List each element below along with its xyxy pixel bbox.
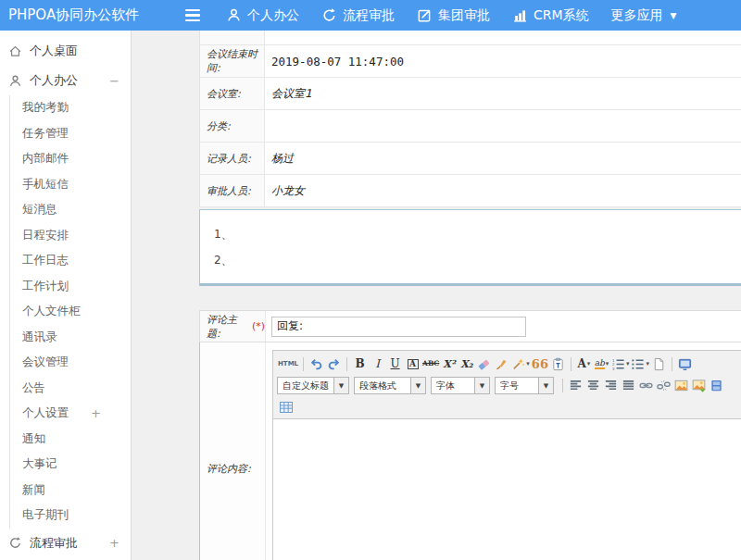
comment-subject-value-cell — [266, 311, 741, 342]
sidebar-item-label: 个人设置 — [22, 405, 69, 421]
topnav-item-process-approval[interactable]: 流程审批 — [321, 7, 395, 24]
sidebar-item-personal-desktop[interactable]: 个人桌面 — [0, 36, 131, 66]
bold-label: B — [355, 358, 364, 369]
custom-heading-select-value: 自定义标题 — [278, 380, 333, 392]
sidebar-item-label: 内部邮件 — [22, 151, 69, 167]
rich-text-editor: HTMLBIUAABCX²X₂▾66A▾ab▾123▾▾ 自定义标题▼段落格式▼… — [272, 350, 741, 560]
unlink-icon[interactable] — [656, 378, 672, 394]
sidebar-item-personal-office[interactable]: 个人办公− — [0, 66, 131, 95]
sidebar-item-internal-mail[interactable]: 内部邮件 — [10, 146, 131, 172]
paragraph-format-select-value: 段落格式 — [355, 380, 410, 392]
sidebar-item-my-attendance[interactable]: 我的考勤 — [10, 95, 131, 121]
sidebar-item-schedule[interactable]: 日程安排 — [10, 223, 131, 249]
media-icon[interactable] — [709, 378, 724, 394]
paragraph-format-select[interactable]: 段落格式▼ — [354, 377, 426, 394]
sidebar-item-mobile-sms[interactable]: 手机短信 — [10, 172, 131, 198]
redo-icon[interactable] — [326, 355, 342, 372]
custom-heading-select[interactable]: 自定义标题▼ — [277, 377, 349, 394]
align-justify-icon[interactable] — [621, 378, 636, 394]
html-source-button[interactable]: HTML — [278, 355, 298, 372]
select-caret-icon[interactable]: ▼ — [474, 378, 489, 393]
sidebar-item-meeting-management[interactable]: 会议管理 — [10, 350, 131, 376]
sidebar-item-process-approval[interactable]: 流程审批+ — [0, 529, 131, 558]
sidebar-item-e-journal[interactable]: 电子期刊 — [10, 503, 131, 529]
editor-content-area[interactable] — [273, 418, 741, 560]
blockquote-button[interactable]: 66 — [532, 355, 548, 372]
superscript-button[interactable]: X² — [441, 355, 457, 372]
bold-button[interactable]: B — [352, 355, 368, 372]
content-line: 2、 — [214, 247, 741, 273]
subscript-button[interactable]: X₂ — [458, 355, 474, 372]
topnav-item-personal-office[interactable]: 个人办公 — [226, 7, 299, 24]
approver-value: 小龙女 — [265, 175, 741, 206]
select-caret-icon[interactable]: ▼ — [410, 378, 425, 393]
user-icon — [8, 74, 22, 88]
ordered-list-icon[interactable]: 123▾ — [611, 355, 630, 372]
paste-icon[interactable] — [550, 355, 566, 372]
underline-button[interactable]: U — [387, 355, 403, 372]
sidebar-item-label: 任务管理 — [22, 126, 69, 142]
highlight-button[interactable]: ab▾ — [594, 355, 609, 372]
eraser-icon[interactable] — [476, 355, 492, 372]
sidebar-item-task-management[interactable]: 任务管理 — [10, 121, 131, 147]
toolbar-separator — [303, 357, 304, 371]
sidebar-item-label: 工作计划 — [22, 279, 69, 294]
sidebar-item-work-plan[interactable]: 工作计划 — [10, 274, 131, 300]
blockquote-label: 66 — [532, 358, 548, 370]
sidebar-item-short-message[interactable]: 短消息 — [10, 197, 131, 223]
comment-content-label-cell: 评论内容: — [200, 342, 266, 560]
sidebar: 个人桌面个人办公−我的考勤任务管理内部邮件手机短信短消息日程安排工作日志工作计划… — [0, 31, 132, 560]
table-row-partial — [200, 31, 741, 45]
nav-item-label: CRM系统 — [534, 7, 589, 24]
align-center-icon[interactable] — [585, 378, 601, 394]
strikethrough-button[interactable]: ABC — [422, 355, 439, 372]
nav-item-label: 个人办公 — [247, 7, 299, 24]
sidebar-item-contacts[interactable]: 通讯录 — [10, 325, 131, 351]
form-row-category: 分类: — [200, 110, 741, 143]
unordered-list-icon[interactable]: ▾ — [631, 355, 649, 372]
hamburger-menu-icon[interactable] — [185, 9, 200, 22]
magic-wand-icon[interactable]: ▾ — [511, 355, 530, 372]
italic-button[interactable]: I — [370, 355, 385, 372]
sidebar-item-memorabilia[interactable]: 大事记 — [10, 452, 131, 478]
select-caret-icon[interactable]: ▼ — [333, 378, 348, 393]
topnav-item-crm-system[interactable]: CRM系统 — [512, 7, 589, 24]
font-box-button[interactable]: A — [405, 355, 421, 372]
partial-value-cell — [265, 31, 741, 44]
topnav-item-group-approval[interactable]: 集团审批 — [417, 7, 490, 24]
font-family-select-value: 字体 — [432, 380, 474, 392]
font-size-select[interactable]: 字号▼ — [495, 377, 554, 394]
undo-icon[interactable] — [308, 355, 324, 372]
new-page-icon[interactable] — [651, 355, 667, 372]
select-caret-icon[interactable]: ▼ — [538, 378, 553, 393]
sidebar-item-notice[interactable]: 通知 — [10, 427, 131, 453]
expand-toggle[interactable]: + — [91, 407, 101, 419]
sidebar-item-personal-cabinet[interactable]: 个人文件柜 — [10, 299, 131, 325]
sidebar-item-work-log[interactable]: 工作日志 — [10, 248, 131, 274]
image-icon[interactable] — [673, 378, 689, 394]
sidebar-item-label: 公告 — [22, 380, 45, 396]
flash-icon[interactable] — [691, 378, 707, 394]
align-right-icon[interactable] — [603, 378, 619, 394]
collapse-toggle[interactable]: − — [109, 75, 119, 87]
sidebar-item-news[interactable]: 新闻 — [10, 478, 131, 504]
align-left-icon[interactable] — [568, 378, 584, 394]
sidebar-item-announcement[interactable]: 公告 — [10, 376, 131, 402]
font-color-button[interactable]: A▾ — [576, 355, 592, 372]
sidebar-item-label: 个人文件柜 — [22, 304, 81, 319]
collapse-toggle[interactable]: + — [109, 537, 119, 549]
link-icon[interactable] — [638, 378, 654, 394]
table-icon[interactable] — [278, 399, 294, 416]
font-color-label: A — [578, 358, 586, 369]
comment-subject-label: 评论主题: — [207, 313, 249, 341]
format-brush-icon[interactable] — [494, 355, 509, 372]
font-box-label: A — [408, 359, 419, 369]
sidebar-item-label: 个人办公 — [30, 72, 78, 89]
topnav-item-more-apps[interactable]: 更多应用▼ — [611, 7, 677, 24]
editor-toolbar: HTMLBIUAABCX²X₂▾66A▾ab▾123▾▾ 自定义标题▼段落格式▼… — [273, 351, 741, 418]
category-label: 分类: — [200, 110, 265, 142]
comment-subject-input[interactable] — [271, 317, 526, 337]
sidebar-item-personal-settings[interactable]: 个人设置+ — [10, 401, 131, 427]
fullscreen-icon[interactable] — [677, 355, 693, 372]
font-family-select[interactable]: 字体▼ — [431, 377, 490, 394]
